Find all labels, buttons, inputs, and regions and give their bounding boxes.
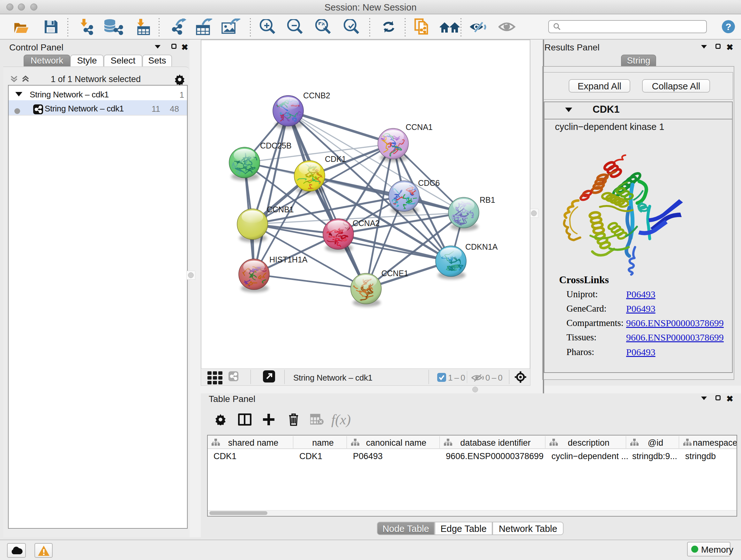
- svg-text:CCNB1: CCNB1: [267, 205, 294, 214]
- svg-text:CDC6: CDC6: [418, 179, 440, 187]
- svg-text:CCNE1: CCNE1: [381, 269, 408, 278]
- svg-text:CCNA2: CCNA2: [353, 219, 380, 228]
- svg-text:CDC25B: CDC25B: [260, 141, 292, 150]
- svg-text:CDKN1A: CDKN1A: [465, 242, 498, 251]
- svg-text:CDK1: CDK1: [325, 154, 346, 164]
- svg-text:CCNA1: CCNA1: [406, 123, 433, 132]
- svg-text:HIST1H1A: HIST1H1A: [269, 255, 308, 264]
- svg-text:CCNB2: CCNB2: [303, 91, 330, 100]
- svg-text:RB1: RB1: [480, 195, 495, 204]
